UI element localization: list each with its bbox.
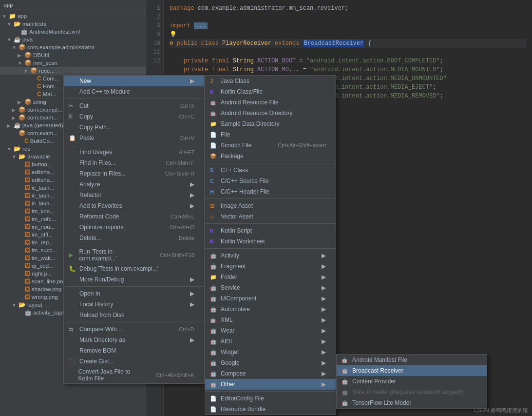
other-android-manifest[interactable]: 🤖 Android Manifest File — [337, 355, 487, 365]
menu-item-delete[interactable]: Delete... Delete — [64, 233, 204, 243]
menu-item-optimize[interactable]: Optimize Imports Ctrl+Alt+O — [64, 222, 204, 233]
new-kotlin-class[interactable]: K Kotlin Class/File — [205, 86, 336, 97]
tree-label-java-gen: java (generated) — [22, 122, 63, 128]
menu-item-cut[interactable]: ✂ Cut Ctrl+X — [64, 100, 204, 111]
kotlin-script-icon: K — [210, 228, 219, 234]
tree-item-java[interactable]: ▼ ☕ java — [0, 36, 146, 43]
res-icon: 📂 — [14, 145, 21, 152]
menu-item-create-gist[interactable]: ⬛ Create Gist... — [64, 356, 204, 367]
new-activity[interactable]: 🤖 Activity ▶ — [205, 250, 336, 261]
new-android-resource-file[interactable]: 🤖 Android Resource File — [205, 97, 336, 108]
menu-item-copy[interactable]: ⎘ Copy Ctrl+C — [64, 111, 204, 122]
menu-item-paste[interactable]: 📋 Paste Ctrl+V — [64, 133, 204, 143]
menu-label-add-favorites: Add to Favorites — [79, 202, 122, 209]
menu-item-add-cpp[interactable]: Add C++ to Module — [64, 86, 204, 97]
tree-item-dbutil[interactable]: ▶ 📦 DBUtil — [0, 51, 146, 59]
tree-label-layout: layout — [27, 302, 42, 308]
tree-item-mm-scan[interactable]: ▼ 📦 mm_scan — [0, 59, 146, 67]
tree-label-im-nofc: im_nofc... — [32, 216, 56, 222]
menu-item-more-run[interactable]: More Run/Debug ▶ — [64, 274, 204, 285]
label-vector-asset: Vector Asset — [221, 213, 253, 220]
menu-item-local-history[interactable]: Local History ▶ — [64, 299, 204, 310]
tree-item-androidmanifest[interactable]: ▶ 🤖 AndroidManifest.xml — [0, 28, 146, 36]
menu-item-reformat[interactable]: Reformat Code Ctrl+Alt+L — [64, 211, 204, 222]
new-editorconfig[interactable]: 📄 EditorConfig File — [205, 393, 336, 404]
package-icon: 📦 — [24, 52, 32, 59]
tree-label-ic-laun3: ic_laun... — [32, 200, 54, 206]
new-kotlin-worksheet[interactable]: K Kotlin Worksheet — [205, 236, 336, 247]
new-cpp-class[interactable]: S C++ Class — [205, 165, 336, 176]
menu-item-find-files[interactable]: Find in Files... Ctrl+Shift+F — [64, 158, 204, 168]
png-icon: 🖼 — [24, 286, 30, 293]
menu-item-copy-path[interactable]: Copy Path... — [64, 122, 204, 133]
tree-label-im-kon: im_kon... — [32, 208, 55, 214]
tree-item-com-admin[interactable]: ▼ 📦 com.example.administrator — [0, 43, 146, 51]
menu-item-add-favorites[interactable]: Add to Favorites ▶ — [64, 200, 204, 211]
compose-icon: 🤖 — [210, 371, 219, 377]
new-google[interactable]: 🤖 Google ▶ — [205, 357, 336, 368]
tree-label-zxing: zxing — [33, 99, 46, 105]
menu-item-convert-java[interactable]: Convert Java File to Kotlin File Ctrl+Al… — [64, 367, 204, 383]
menu-item-debug-tests[interactable]: 🐛 Debug 'Tests in com.exampl...' — [64, 263, 204, 274]
new-cpp-source[interactable]: C C/C++ Source File — [205, 176, 336, 186]
other-broadcast-receiver[interactable]: 🤖 Broadcast Receiver — [337, 365, 487, 376]
new-other[interactable]: 🤖 Other ▶ — [205, 379, 336, 390]
widget-icon: 🤖 — [210, 349, 219, 356]
automotive-icon: 🤖 — [210, 306, 219, 313]
new-folder[interactable]: 📁 Folder ▶ — [205, 272, 336, 282]
submenu-arrow-new: ▶ — [190, 78, 194, 84]
new-kotlin-script[interactable]: K Kotlin Script — [205, 225, 336, 236]
new-uicomponent[interactable]: 🤖 UiComponent ▶ — [205, 293, 336, 304]
menu-item-remove-bom[interactable]: Remove BOM — [64, 345, 204, 356]
fragment-arrow: ▶ — [322, 263, 326, 270]
new-sample-data-dir[interactable]: 📁 Sample Data Directory — [205, 119, 336, 129]
menu-item-new[interactable]: New ▶ — [64, 76, 204, 86]
tree-label-im-succ: im_succ... — [32, 247, 57, 253]
label-cpp-source: C/C++ Source File — [221, 178, 269, 184]
label-cpp-class: C++ Class — [221, 167, 248, 174]
wear-arrow: ▶ — [322, 327, 326, 334]
new-vector-asset[interactable]: ◇ Vector Asset — [205, 211, 336, 222]
tree-label-wrong: wrong.png — [32, 294, 58, 300]
menu-item-find-usages[interactable]: Find Usages Alt+F7 — [64, 147, 204, 158]
menu-item-open-in[interactable]: Open In ▶ — [64, 288, 204, 299]
new-widget[interactable]: 🤖 Widget ▶ — [205, 347, 336, 357]
label-kotlin-worksheet: Kotlin Worksheet — [221, 238, 265, 245]
new-resource-bundle[interactable]: 📄 Resource Bundle — [205, 404, 336, 415]
new-aidl[interactable]: 🤖 AIDL ▶ — [205, 336, 336, 347]
new-wear[interactable]: 🤖 Wear ▶ — [205, 325, 336, 336]
new-cpp-header[interactable]: H C/C++ Header File — [205, 186, 336, 197]
new-compose[interactable]: 🤖 Compose ▶ — [205, 368, 336, 379]
png-icon: 🖼 — [24, 169, 30, 176]
new-automotive[interactable]: 🤖 Automotive ▶ — [205, 304, 336, 315]
menu-item-compare-with[interactable]: ⇆ Compare With... Ctrl+D — [64, 324, 204, 335]
other-slice-provider[interactable]: 🤖 Slice Provider (Requires AndroidX supp… — [337, 387, 487, 397]
new-scratch-file[interactable]: 📄 Scratch File Ctrl+Alt+Shift+Insert — [205, 140, 336, 151]
menu-item-mark-directory[interactable]: Mark Directory as ▶ — [64, 335, 204, 345]
menu-item-replace-files[interactable]: Replace in Files... Ctrl+Shift+R — [64, 168, 204, 179]
new-android-resource-dir[interactable]: 🤖 Android Resource Directory — [205, 108, 336, 119]
shortcut-convert: Ctrl+Alt+Shift+K — [146, 372, 194, 378]
tree-label-im-rep: im_rep... — [32, 239, 54, 245]
new-fragment[interactable]: 🤖 Fragment ▶ — [205, 261, 336, 272]
new-package[interactable]: 📦 Package — [205, 151, 336, 161]
other-tensorflow-lite[interactable]: 🤖 TensorFlow Lite Model — [337, 397, 487, 408]
new-image-asset[interactable]: 🖼 Image Asset — [205, 200, 336, 211]
new-file[interactable]: 📄 File — [205, 129, 336, 140]
label-kotlin-script: Kotlin Script — [221, 227, 252, 234]
new-xml[interactable]: 🤖 XML ▶ — [205, 315, 336, 325]
menu-item-analyze[interactable]: Analyze ▶ — [64, 179, 204, 190]
tree-item-app[interactable]: ▼ 📁 app — [0, 12, 146, 20]
menu-item-reload-disk[interactable]: Reload from Disk — [64, 310, 204, 320]
tree-item-manifests[interactable]: ▼ 📂 manifests — [0, 20, 146, 28]
new-service[interactable]: 🤖 Service ▶ — [205, 282, 336, 293]
tree-label-qr-cod: qr_cod... — [32, 263, 54, 269]
tree-item-rece[interactable]: ▼ 📦 rece... — [0, 67, 146, 75]
code-line-9: 💡 — [170, 30, 526, 39]
new-java-class[interactable]: J Java Class — [205, 76, 336, 86]
menu-label-new: New — [79, 78, 91, 84]
android-res-dir-icon: 🤖 — [210, 111, 219, 116]
menu-item-run-tests[interactable]: ▶ Run 'Tests in com.exampl...' Ctrl+Shif… — [64, 247, 204, 263]
menu-item-refactor[interactable]: Refactor ▶ — [64, 190, 204, 200]
other-content-provider[interactable]: 🤖 Content Provider — [337, 376, 487, 387]
